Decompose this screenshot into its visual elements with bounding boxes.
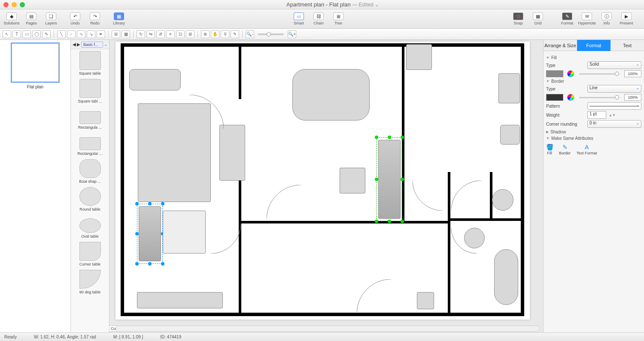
border-opacity-slider[interactable] (579, 97, 619, 98)
wardrobe[interactable] (219, 125, 245, 181)
fill-color-swatch[interactable] (546, 70, 563, 77)
flip-h-tool[interactable]: ⇋ (146, 30, 155, 38)
handle-icon[interactable] (375, 178, 378, 181)
line-tool[interactable]: ╲ (57, 30, 66, 38)
lib-item-square-table-2[interactable]: Square tabl ... (71, 77, 109, 105)
library-selector[interactable]: Basic f... (81, 42, 103, 48)
door-arc[interactable] (267, 185, 301, 219)
handle-icon[interactable] (135, 202, 139, 205)
handle-icon[interactable] (161, 202, 164, 205)
canvas-area[interactable]: Custom 127% ⌄ (109, 40, 543, 332)
sink[interactable] (500, 125, 520, 145)
rect-tool[interactable]: ▭ (22, 30, 31, 38)
lib-item-rectangular[interactable]: Rectangula ... (71, 105, 109, 131)
same-attributes-header[interactable]: Make Same Attributes (546, 136, 641, 141)
tab-text[interactable]: Text (611, 40, 644, 51)
hypernote-button[interactable]: ✉Hypernote (578, 12, 596, 25)
spline-tool[interactable]: ∿ (77, 30, 85, 38)
color-wheel-icon[interactable] (567, 70, 574, 77)
weight-input[interactable]: 1 pt (587, 111, 606, 119)
zoom-in-tool[interactable]: 🔍+ (288, 30, 296, 38)
arc-tool[interactable]: ⟋ (67, 30, 76, 38)
pan-tool[interactable]: ✋ (211, 30, 219, 38)
group-tool[interactable]: ⊞ (186, 30, 194, 38)
close-icon[interactable] (3, 2, 9, 7)
distribute-tool[interactable]: ⊡ (176, 30, 185, 38)
align-tool[interactable]: ≡ (166, 30, 175, 38)
handle-icon[interactable] (401, 178, 404, 181)
canvas[interactable] (115, 42, 530, 320)
door-arc[interactable] (451, 228, 477, 253)
shadow-section-header[interactable]: Shadow (546, 130, 641, 134)
undo-button[interactable]: ↶Undo (66, 12, 84, 25)
wall[interactable] (521, 43, 524, 316)
lib-next-icon[interactable]: ▶ (77, 42, 80, 47)
snap-button[interactable]: ⊙Snap (509, 12, 527, 25)
border-type-select[interactable]: Line (587, 85, 641, 93)
wall[interactable] (121, 43, 524, 47)
rug[interactable] (163, 211, 206, 253)
fill-section-header[interactable]: Fill (546, 55, 641, 60)
flip-v-tool[interactable]: ⇵ (156, 30, 165, 38)
format-button[interactable]: ✎Format (558, 12, 576, 25)
toilet[interactable] (492, 189, 513, 211)
handle-icon[interactable] (135, 262, 139, 266)
solutions-button[interactable]: ◆Solutions (3, 12, 21, 25)
lib-item-90deg[interactable]: 90 deg table (71, 268, 109, 296)
tree-button[interactable]: ⊞Tree (329, 12, 347, 25)
dining-table[interactable] (292, 69, 370, 121)
pointer-tool[interactable]: ↖ (3, 30, 11, 38)
eyedropper-tool[interactable]: ✎ (231, 30, 239, 38)
lib-item-boat[interactable]: Boat shap ... (71, 157, 109, 185)
handle-icon[interactable] (401, 136, 404, 139)
same-fill-button[interactable]: 🪣Fill (546, 143, 553, 155)
same-border-button[interactable]: ✎Border (559, 143, 571, 155)
handle-icon[interactable] (148, 202, 152, 205)
border-opacity-value[interactable]: 100% (624, 94, 641, 101)
wall[interactable] (121, 313, 524, 316)
chain-button[interactable]: ⛓Chain (310, 12, 328, 25)
note-tool[interactable]: ✎ (42, 30, 51, 38)
smart-button[interactable]: ▭Smart (290, 12, 308, 25)
tab-arrange-size[interactable]: Arrange & Size (544, 40, 577, 51)
door-arc[interactable] (189, 95, 224, 129)
edited-indicator[interactable]: — Edited ⌄ (352, 2, 379, 8)
lib-menu-icon[interactable]: ⌄ (104, 42, 107, 47)
handle-icon[interactable] (135, 232, 139, 235)
stamp-tool[interactable]: ⊞ (112, 30, 120, 38)
handle-icon[interactable] (388, 220, 391, 223)
border-color-swatch[interactable] (546, 94, 563, 101)
border-section-header[interactable]: Border (546, 79, 641, 84)
tab-format[interactable]: Format (577, 40, 611, 51)
lib-item-rectangular-2[interactable]: Rectangular ... (71, 131, 109, 157)
lib-item-square-table[interactable]: Square table (71, 49, 109, 77)
redo-button[interactable]: ↷Redo (86, 12, 104, 25)
lib-item-round[interactable]: Round table (71, 185, 109, 213)
zoom-thumb[interactable] (267, 32, 271, 36)
wall[interactable] (448, 172, 450, 316)
stool[interactable] (417, 292, 434, 309)
floor-plan[interactable] (121, 43, 524, 316)
connector-tool[interactable]: ↘ (87, 30, 95, 38)
fast-draw-tool[interactable]: ▦ (122, 30, 130, 38)
loveseat[interactable] (129, 69, 181, 91)
corner-rounding-select[interactable]: 0 in (587, 120, 641, 128)
wall[interactable] (448, 218, 524, 221)
anchor-tool[interactable]: ⚲ (221, 30, 229, 38)
door-arc[interactable] (413, 181, 443, 211)
door-arc[interactable] (211, 223, 241, 253)
handle-icon[interactable] (375, 136, 378, 139)
wall[interactable] (402, 221, 450, 223)
pages-button[interactable]: ▤Pages (22, 12, 40, 25)
color-wheel-icon[interactable] (567, 94, 574, 101)
maximize-icon[interactable] (20, 2, 25, 7)
minimize-icon[interactable] (12, 2, 17, 7)
pen-tool[interactable]: ✒ (97, 30, 105, 38)
lib-prev-icon[interactable]: ◀ (73, 42, 76, 47)
library-button[interactable]: ▦Library (110, 12, 128, 25)
grid-button[interactable]: ▦Grid (529, 12, 547, 25)
horizontal-scrollbar[interactable] (115, 326, 540, 332)
info-button[interactable]: ⓘInfo (598, 12, 616, 25)
zoom-slider[interactable] (258, 33, 284, 35)
handle-icon[interactable] (388, 136, 391, 139)
